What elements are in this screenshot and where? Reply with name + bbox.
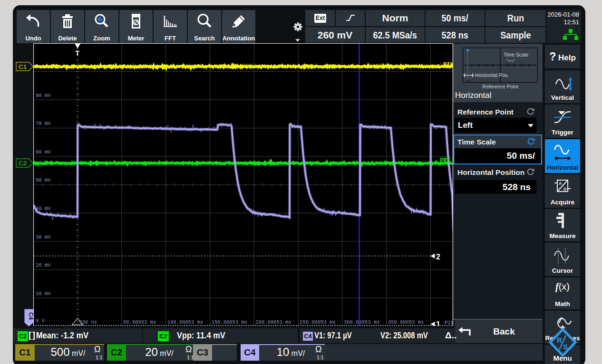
svg-text:50 mV: 50 mV [36, 177, 51, 183]
svg-text:200.00053 ms: 200.00053 ms [255, 319, 291, 325]
svg-text:150.00053 ms: 150.00053 ms [212, 319, 248, 325]
svg-text:T: T [76, 49, 80, 57]
svg-text:Time Scale: Time Scale [504, 52, 528, 57]
svg-text:C4: C4 [28, 312, 34, 320]
svg-text:100.00053 ms: 100.00053 ms [167, 319, 204, 325]
svg-text:Pis: Pis [445, 320, 453, 326]
svg-text:250.00053 ms: 250.00053 ms [300, 319, 336, 325]
svg-text:C1: C1 [19, 63, 27, 70]
svg-text:300.00053 ms: 300.00053 ms [344, 319, 380, 325]
svg-text:A: A [559, 181, 562, 186]
svg-text:D: D [563, 187, 567, 192]
svg-text:10 mV: 10 mV [36, 291, 51, 297]
svg-text:350.00053 ms: 350.00053 ms [388, 319, 424, 325]
svg-text:R: R [557, 336, 562, 344]
svg-text:0 V: 0 V [36, 318, 45, 324]
svg-text:70 mV: 70 mV [36, 121, 51, 126]
svg-text:30 mV: 30 mV [36, 234, 51, 240]
svg-text:2: 2 [436, 253, 440, 261]
svg-text:PIK: PIK [443, 62, 453, 68]
svg-text:PRK: PRK [440, 157, 450, 164]
svg-text:C2: C2 [19, 160, 27, 167]
svg-text:80 mV: 80 mV [36, 93, 51, 98]
svg-text:20 mV: 20 mV [36, 262, 51, 268]
svg-text:60 mV: 60 mV [36, 149, 51, 155]
svg-text:Horizontal Pos.: Horizontal Pos. [475, 72, 509, 78]
svg-text:S: S [563, 343, 568, 351]
svg-text:50.00053 ms: 50.00053 ms [123, 319, 156, 325]
svg-text:530 ns: 530 ns [79, 319, 97, 325]
